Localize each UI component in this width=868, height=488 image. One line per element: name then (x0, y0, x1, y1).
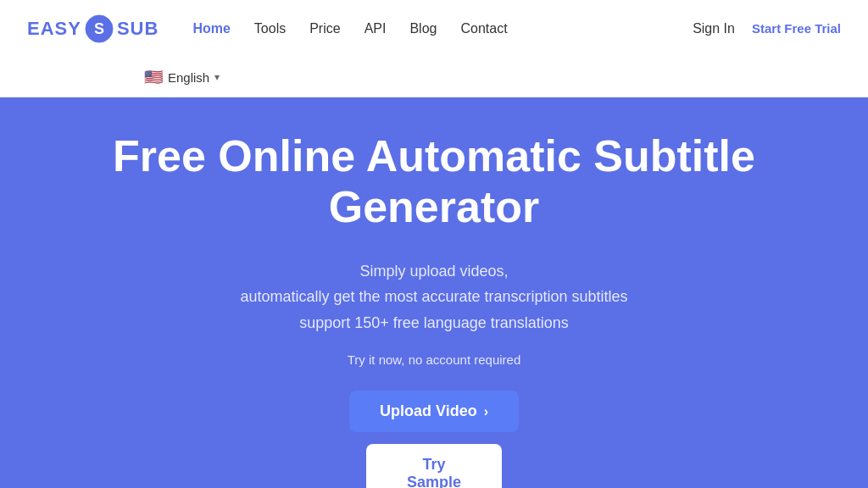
main-nav: Home Tools Price API Blog Contact (192, 21, 693, 36)
hero-note: Try it now, no account required (348, 352, 521, 367)
svg-text:S: S (94, 20, 104, 37)
logo-text-easy: EASY (27, 18, 81, 40)
language-selector[interactable]: 🇺🇸 English ▾ (144, 68, 220, 86)
language-label: English (168, 70, 209, 85)
logo[interactable]: EASY S SUB (27, 14, 159, 43)
hero-subtitle-line3: support 150+ free language translations (299, 314, 569, 331)
nav-blog[interactable]: Blog (409, 21, 437, 36)
header-top: EASY S SUB Home Tools Price API Blog Con… (27, 3, 841, 54)
try-sample-button[interactable]: Try Sample (366, 444, 502, 488)
chevron-down-icon: ▾ (214, 71, 220, 83)
hero-subtitle-line2: automatically get the most accurate tran… (240, 288, 627, 305)
nav-tools[interactable]: Tools (254, 21, 286, 36)
upload-button-label: Upload Video (380, 402, 477, 420)
logo-text-sub: SUB (117, 18, 159, 40)
nav-api[interactable]: API (364, 21, 387, 36)
nav-actions: Sign In Start Free Trial (693, 21, 841, 36)
nav-home[interactable]: Home (192, 21, 230, 36)
hero-subtitle-line1: Simply upload videos, (359, 263, 508, 280)
upload-video-button[interactable]: Upload Video › (349, 391, 519, 432)
chevron-right-icon: › (484, 404, 488, 419)
nav-price[interactable]: Price (309, 21, 340, 36)
hero-title: Free Online Automatic Subtitle Generator (19, 131, 849, 233)
start-trial-button[interactable]: Start Free Trial (752, 21, 841, 36)
nav-contact[interactable]: Contact (460, 21, 507, 36)
sign-in-button[interactable]: Sign In (693, 21, 735, 36)
hero-subtitle: Simply upload videos, automatically get … (240, 258, 627, 336)
logo-icon: S (85, 14, 114, 43)
flag-icon: 🇺🇸 (144, 68, 163, 86)
hero-section: Free Online Automatic Subtitle Generator… (0, 97, 868, 488)
header: EASY S SUB Home Tools Price API Blog Con… (0, 0, 868, 97)
logo-area: EASY S SUB (27, 14, 159, 43)
header-bottom: 🇺🇸 English ▾ (27, 60, 841, 94)
